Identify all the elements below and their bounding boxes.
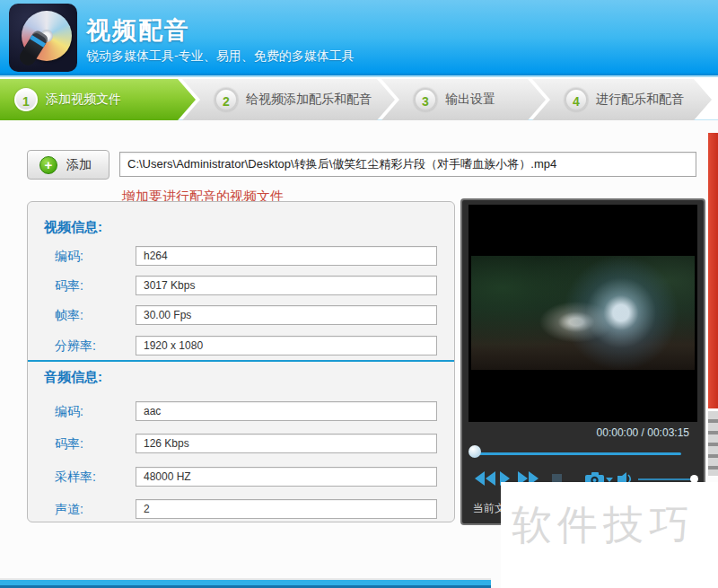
gray-edge-fragment xyxy=(708,411,718,476)
watermark-text: 软件技巧 xyxy=(512,498,695,552)
audio-codec-value[interactable]: aac xyxy=(136,401,437,421)
bottom-blue-bar xyxy=(0,578,491,588)
video-info-title: 视频信息: xyxy=(44,219,102,236)
video-codec-value[interactable]: h264 xyxy=(136,246,437,266)
step-tab-add-music-dub[interactable]: 2 给视频添加配乐和配音 xyxy=(182,79,395,120)
step-label: 给视频添加配乐和配音 xyxy=(246,92,372,108)
audio-codec-label: 编码: xyxy=(55,404,83,420)
audio-bitrate-value[interactable]: 126 Kbps xyxy=(136,434,437,453)
seek-handle[interactable] xyxy=(468,445,481,458)
audio-channels-label: 声道: xyxy=(55,502,83,518)
step-number-badge: 3 xyxy=(414,88,437,111)
app-window: 视频配音 锐动多媒体工具-专业、易用、免费的多媒体工具 1 添加视频文件 2 给… xyxy=(0,0,718,588)
step-tab-output-settings[interactable]: 3 输出设置 xyxy=(381,79,546,120)
rewind-icon xyxy=(486,471,495,486)
audio-channels-value[interactable]: 2 xyxy=(136,499,437,519)
video-bitrate-label: 码率: xyxy=(55,278,83,294)
video-resolution-value[interactable]: 1920 x 1080 xyxy=(136,336,437,355)
red-scrollbar-strip[interactable] xyxy=(708,133,718,408)
step-number-badge: 2 xyxy=(215,88,238,111)
video-bitrate-value[interactable]: 3017 Kbps xyxy=(136,276,437,295)
step-label: 添加视频文件 xyxy=(46,92,121,108)
rewind-button[interactable] xyxy=(475,471,495,486)
video-resolution-label: 分辨率: xyxy=(55,338,96,355)
plus-icon: + xyxy=(39,156,57,174)
video-codec-label: 编码: xyxy=(55,249,83,265)
app-title: 视频配音 xyxy=(86,14,190,47)
video-framerate-label: 帧率: xyxy=(55,308,83,324)
rewind-icon xyxy=(475,471,485,486)
app-header: 视频配音 锐动多媒体工具-专业、易用、免费的多媒体工具 xyxy=(0,0,718,75)
watermark-overlay: 软件技巧 xyxy=(501,482,718,588)
audio-samplerate-label: 采样率: xyxy=(55,470,96,486)
step-tab-add-video[interactable]: 1 添加视频文件 xyxy=(0,79,196,120)
step-label: 输出设置 xyxy=(445,92,495,108)
playback-time: 00:00:00 / 00:03:15 xyxy=(597,426,689,439)
video-frame-preview xyxy=(471,256,695,370)
video-screen[interactable] xyxy=(468,205,697,422)
volume-slider[interactable] xyxy=(638,478,692,480)
step-tabstrip: 1 添加视频文件 2 给视频添加配乐和配音 3 输出设置 4 进行配乐和配音 xyxy=(0,75,718,120)
audio-bitrate-label: 码率: xyxy=(55,436,83,452)
section-divider xyxy=(28,360,454,362)
add-button-label: 添加 xyxy=(66,157,92,173)
step-label: 进行配乐和配音 xyxy=(596,92,684,108)
step-number-badge: 1 xyxy=(14,88,38,111)
video-player-panel: 00:00:00 / 00:03:15 xyxy=(460,198,705,525)
seek-bar[interactable] xyxy=(475,452,681,455)
media-info-panel: 视频信息: 编码: h264 码率: 3017 Kbps 帧率: 30.00 F… xyxy=(27,201,455,522)
file-path-field[interactable]: C:\Users\Administrator\Desktop\转换后\傲笑红尘精… xyxy=(119,152,696,177)
step-tab-process[interactable]: 4 进行配乐和配音 xyxy=(532,79,712,120)
app-logo-icon xyxy=(9,4,77,72)
add-video-button[interactable]: + 添加 xyxy=(27,150,109,180)
step-number-badge: 4 xyxy=(565,88,588,111)
audio-info-title: 音频信息: xyxy=(44,369,102,386)
audio-samplerate-value[interactable]: 48000 HZ xyxy=(136,467,437,487)
app-subtitle: 锐动多媒体工具-专业、易用、免费的多媒体工具 xyxy=(86,48,355,65)
video-framerate-value[interactable]: 30.00 Fps xyxy=(136,305,437,325)
